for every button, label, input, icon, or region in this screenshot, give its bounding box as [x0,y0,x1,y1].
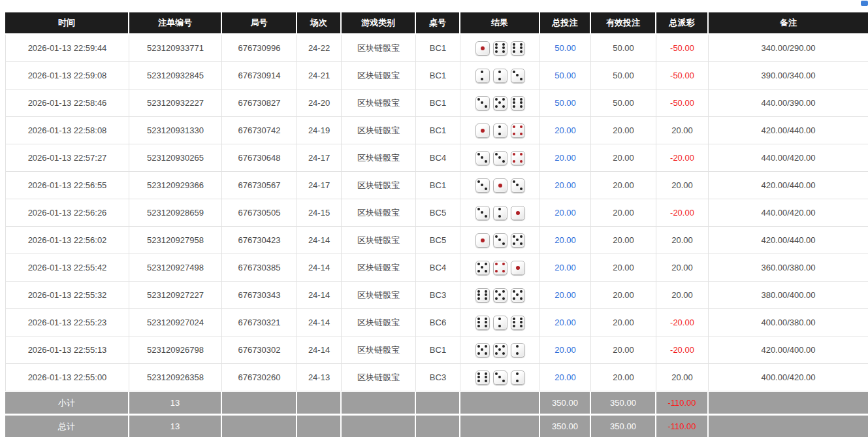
pip [516,293,519,296]
cell-remark: 440.00/420.00 [709,144,868,172]
pip [502,105,505,108]
cell-session: 24-17 [297,144,342,172]
die-5-icon [493,96,507,110]
pip [485,270,487,272]
pip [516,238,519,241]
cell-result [460,90,540,117]
pip [520,153,522,156]
summary-empty-round [222,415,297,438]
pip [495,46,498,49]
cell-table-no: BC1 [416,117,460,144]
cell-round-id: 676730567 [222,172,297,199]
die-1-icon [475,41,490,56]
table-row: 2026-01-13 22:59:08523120932845676730914… [5,62,868,90]
pip [481,129,485,133]
pip [498,293,501,296]
pip [513,180,515,183]
cell-total-bet[interactable]: 20.00 [540,364,591,391]
die-4-icon [511,151,525,165]
cell-valid-bet: 20.00 [591,172,656,199]
pip [520,98,522,101]
col-header-payout: 总派彩 [656,12,709,35]
cell-total-bet[interactable]: 20.00 [540,144,591,172]
pip [516,184,519,186]
pip [485,372,487,375]
cell-round-id: 676730648 [222,144,297,172]
die-3-icon [493,233,507,248]
cell-total-bet[interactable]: 20.00 [540,282,591,309]
die-6-icon [511,316,525,330]
cell-round-id: 676730302 [222,336,297,364]
partial-corner-button[interactable] [861,1,868,6]
pip [498,318,501,320]
col-header-table_no: 桌号 [416,12,460,35]
cell-total-bet[interactable]: 50.00 [540,90,591,117]
summary-empty-session [297,391,342,415]
cell-total-bet[interactable]: 20.00 [540,227,591,254]
cell-round-id: 676730423 [222,227,297,254]
cell-total-bet[interactable]: 50.00 [540,62,591,90]
cell-game-type: 区块链骰宝 [342,282,416,309]
cell-session: 24-14 [297,309,342,336]
pip [520,188,522,190]
summary-empty-game-type [342,415,416,438]
pip [516,345,519,348]
pip [485,293,487,296]
cell-time: 2026-01-13 22:55:23 [5,309,129,336]
summary-payout: -110.00 [656,415,709,438]
cell-remark: 340.00/290.00 [709,35,868,62]
pip [498,78,501,80]
cell-total-bet[interactable]: 20.00 [540,254,591,282]
table-body: 2026-01-13 22:59:44523120933771676730996… [5,35,868,391]
col-header-round_id: 局号 [222,12,297,35]
cell-total-bet[interactable]: 20.00 [540,336,591,364]
pip [520,125,522,128]
summary-empty-table-no [416,415,460,438]
pip [495,372,498,375]
die-1-icon [511,206,525,220]
summary-payout: -110.00 [656,391,709,415]
cell-total-bet[interactable]: 20.00 [540,309,591,336]
pip [513,318,515,320]
cell-total-bet[interactable]: 20.00 [540,117,591,144]
die-2-icon [493,316,507,330]
dice-result [460,41,539,56]
pip [477,290,480,293]
cell-result [460,117,540,144]
cell-result [460,62,540,90]
cell-session: 24-15 [297,199,342,227]
pip [520,297,522,300]
pip [516,372,519,375]
summary-empty-remark [709,415,868,438]
col-header-remark: 备注 [709,12,868,35]
cell-table-no: BC3 [416,282,460,309]
pip [485,263,487,265]
header-row: 时间注单编号局号场次游戏类别桌号结果总投注有效投注总派彩备注 [5,12,868,35]
cell-table-no: BC1 [416,336,460,364]
summary-count: 13 [129,391,222,415]
pip [516,380,519,382]
die-2-icon [475,69,490,83]
pip [481,266,483,269]
cell-game-type: 区块链骰宝 [342,35,416,62]
cell-bet-id: 523120932845 [129,62,222,90]
pip [498,348,501,351]
col-header-valid_bet: 有效投注 [591,12,656,35]
pip [502,98,505,101]
die-1-icon [475,233,490,248]
die-6-icon [475,370,490,385]
pip [495,345,498,348]
cell-remark: 440.00/420.00 [709,199,868,227]
cell-total-bet[interactable]: 20.00 [540,199,591,227]
pip [485,297,487,300]
cell-time: 2026-01-13 22:58:08 [5,117,129,144]
pip [477,208,480,210]
cell-total-bet[interactable]: 20.00 [540,172,591,199]
cell-time: 2026-01-13 22:56:26 [5,199,129,227]
cell-total-bet[interactable]: 50.00 [540,35,591,62]
pip [485,290,487,293]
cell-valid-bet: 20.00 [591,117,656,144]
pip [477,325,480,327]
die-5-icon [511,288,525,303]
summary-row: 总计13350.00350.00-110.00 [5,415,868,438]
